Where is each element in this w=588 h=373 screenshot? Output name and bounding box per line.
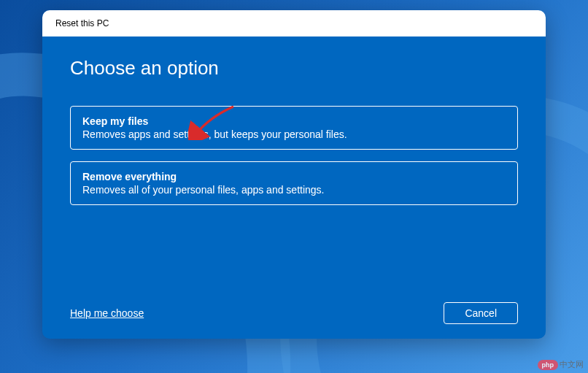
cancel-button[interactable]: Cancel (444, 302, 518, 324)
option-remove-everything[interactable]: Remove everything Removes all of your pe… (70, 161, 518, 205)
option-description: Removes apps and settings, but keeps you… (82, 128, 506, 140)
option-description: Removes all of your personal files, apps… (82, 184, 506, 196)
options-list: Keep my files Removes apps and settings,… (70, 106, 518, 205)
reset-pc-dialog: Reset this PC Choose an option Keep my f… (42, 10, 546, 339)
option-title: Keep my files (82, 115, 506, 127)
option-keep-my-files[interactable]: Keep my files Removes apps and settings,… (70, 106, 518, 150)
help-me-choose-link[interactable]: Help me choose (70, 307, 144, 319)
dialog-footer: Help me choose Cancel (70, 295, 518, 324)
option-title: Remove everything (82, 171, 506, 182)
dialog-titlebar: Reset this PC (42, 10, 546, 36)
watermark-text: 中文网 (560, 359, 584, 370)
watermark: php 中文网 (538, 359, 584, 370)
dialog-title: Reset this PC (55, 18, 109, 28)
dialog-body: Choose an option Keep my files Removes a… (42, 36, 546, 339)
watermark-badge: php (538, 360, 559, 370)
page-heading: Choose an option (70, 57, 518, 80)
